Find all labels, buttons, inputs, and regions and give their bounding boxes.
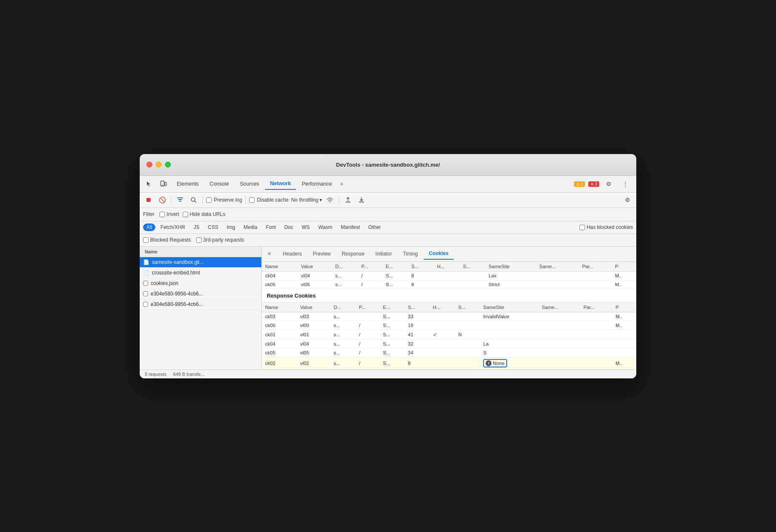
hide-data-urls-checkbox[interactable]: Hide data URLs xyxy=(183,211,226,217)
devtools-window: DevTools - samesite-sandbox.glitch.me/ E… xyxy=(140,154,636,378)
rcookie-p: / xyxy=(356,357,380,369)
type-btn-img[interactable]: Img xyxy=(223,223,239,231)
detail-tab-cookies[interactable]: Cookies xyxy=(424,248,454,260)
tab-performance[interactable]: Performance xyxy=(297,178,337,189)
minimize-button[interactable] xyxy=(156,162,162,168)
file-checkbox-uuid-2[interactable] xyxy=(143,302,148,307)
disable-cache-input[interactable] xyxy=(249,197,255,203)
table-row[interactable]: ck05 vl05 s... / S... 8 Strict xyxy=(262,280,636,289)
throttling-select[interactable]: No throttling ▾ xyxy=(291,197,322,203)
type-btn-other[interactable]: Other xyxy=(365,223,384,231)
blocked-requests-checkbox[interactable]: Blocked Requests xyxy=(143,237,191,243)
file-checkbox-uuid-1[interactable] xyxy=(143,291,148,296)
record-button[interactable]: ⏺ xyxy=(143,194,154,205)
type-btn-media[interactable]: Media xyxy=(240,223,261,231)
rcol-samesite: SameSite xyxy=(480,303,538,312)
more-options-icon[interactable]: ⋮ xyxy=(619,178,631,190)
table-row[interactable]: ck00 vl00 s... / S... 18 xyxy=(262,321,636,330)
clear-button[interactable]: 🚫 xyxy=(157,194,167,205)
cookie-same2 xyxy=(536,280,579,289)
warning-badge[interactable]: ⚠ 1 xyxy=(574,181,585,187)
table-row[interactable]: ck01 vl01 s... / S... 41 ✓ N T xyxy=(262,330,636,339)
rcol-s: S... xyxy=(404,303,429,312)
tab-elements[interactable]: Elements xyxy=(172,178,204,189)
cookie-d: s... xyxy=(332,280,358,289)
type-btn-fetch-xhr[interactable]: Fetch/XHR xyxy=(157,223,189,231)
device-icon[interactable] xyxy=(157,178,169,190)
separator-2 xyxy=(202,196,203,204)
has-blocked-cookies-input[interactable] xyxy=(579,225,585,230)
preserve-log-checkbox[interactable]: Preserve log xyxy=(206,197,242,203)
tab-console[interactable]: Console xyxy=(205,178,234,189)
tab-sources[interactable]: Sources xyxy=(235,178,264,189)
type-btn-js[interactable]: JS xyxy=(190,223,203,231)
download-icon[interactable] xyxy=(356,194,367,205)
warning-count: 1 xyxy=(581,182,583,186)
col-s2: S... xyxy=(460,262,485,271)
table-row[interactable]: ck04 vl04 s... / S... 8 Lax xyxy=(262,271,636,280)
filter-icon[interactable] xyxy=(175,194,186,205)
table-row[interactable]: ck04 vl04 s... / S... 32 La xyxy=(262,339,636,348)
separator-3 xyxy=(245,196,246,204)
tab-network[interactable]: Network xyxy=(265,178,296,190)
rcookie-value: vl02 xyxy=(297,357,330,369)
rcookie-value: vl04 xyxy=(297,339,330,348)
close-button[interactable] xyxy=(146,162,152,168)
file-item-cookies-json[interactable]: cookies.json xyxy=(140,278,261,289)
rcookie-p2: M.. xyxy=(612,321,636,330)
detail-tab-timing[interactable]: Timing xyxy=(398,248,423,259)
file-item-samesite[interactable]: 📄 samesite-sandbox.gli... xyxy=(140,257,261,268)
rcol-p2: P xyxy=(612,303,636,312)
detail-tab-initiator[interactable]: Initiator xyxy=(370,248,397,259)
rcookie-value: vl01 xyxy=(297,330,330,339)
blocked-requests-input[interactable] xyxy=(143,237,149,243)
file-item-uuid-1[interactable]: e304e580-9956-4cb6... xyxy=(140,289,261,299)
upload-icon[interactable] xyxy=(343,194,353,205)
preserve-log-input[interactable] xyxy=(206,197,212,203)
detail-close-button[interactable]: ✕ xyxy=(265,250,274,258)
col-p: P... xyxy=(358,262,383,271)
detail-tab-response[interactable]: Response xyxy=(337,248,369,259)
search-icon[interactable] xyxy=(188,194,199,205)
more-tabs-button[interactable]: » xyxy=(338,179,346,189)
col-value: Value xyxy=(298,262,332,271)
type-btn-css[interactable]: CSS xyxy=(205,223,222,231)
type-btn-font[interactable]: Font xyxy=(262,223,279,231)
cookie-e: S... xyxy=(383,280,408,289)
type-btn-all[interactable]: All xyxy=(143,223,155,231)
table-row-highlighted[interactable]: ck02 vl02 s... / S... 8 i xyxy=(262,357,636,369)
type-btn-doc[interactable]: Doc xyxy=(281,223,296,231)
third-party-label: 3rd-party requests xyxy=(203,237,244,243)
cookie-p: / xyxy=(358,280,383,289)
maximize-button[interactable] xyxy=(165,162,171,168)
invert-input[interactable] xyxy=(159,212,165,217)
hide-data-urls-input[interactable] xyxy=(183,212,188,217)
none-cell-outlined: i None xyxy=(483,359,507,367)
type-btn-wasm[interactable]: Wasm xyxy=(315,223,336,231)
third-party-input[interactable] xyxy=(196,237,202,243)
detail-tab-headers[interactable]: Headers xyxy=(278,248,307,259)
none-label: None xyxy=(493,361,505,366)
third-party-checkbox[interactable]: 3rd-party requests xyxy=(196,237,244,243)
col-name: Name xyxy=(262,262,298,271)
table-row[interactable]: ck05 vl05 s... / S... 34 S xyxy=(262,348,636,357)
cursor-icon[interactable] xyxy=(143,178,155,190)
table-row[interactable]: ck03 vl03 s... S... 33 InvalidValue xyxy=(262,312,636,321)
type-btn-ws[interactable]: WS xyxy=(298,223,313,231)
network-settings-icon[interactable]: ⚙ xyxy=(622,194,633,205)
file-name-crosssite: crosssite-embed.html xyxy=(152,270,200,276)
has-blocked-cookies-checkbox[interactable]: Has blocked cookies xyxy=(579,224,633,230)
file-item-uuid-2[interactable]: e304e580-9956-4cb6... xyxy=(140,299,261,310)
filter-label: Filter xyxy=(143,211,154,217)
settings-icon[interactable]: ⚙ xyxy=(603,178,614,190)
wifi-icon[interactable] xyxy=(324,194,335,205)
detail-tab-preview[interactable]: Preview xyxy=(308,248,336,259)
error-badge[interactable]: ✕ 3 xyxy=(588,181,599,187)
window-title: DevTools - samesite-sandbox.glitch.me/ xyxy=(336,162,440,168)
disable-cache-checkbox[interactable]: Disable cache xyxy=(249,197,288,203)
file-checkbox-cookies[interactable] xyxy=(143,281,148,286)
rcookie-e: S... xyxy=(380,312,404,321)
type-btn-manifest[interactable]: Manifest xyxy=(338,223,363,231)
invert-checkbox[interactable]: Invert xyxy=(159,211,179,217)
file-item-crosssite[interactable]: 📄 crosssite-embed.html xyxy=(140,268,261,278)
